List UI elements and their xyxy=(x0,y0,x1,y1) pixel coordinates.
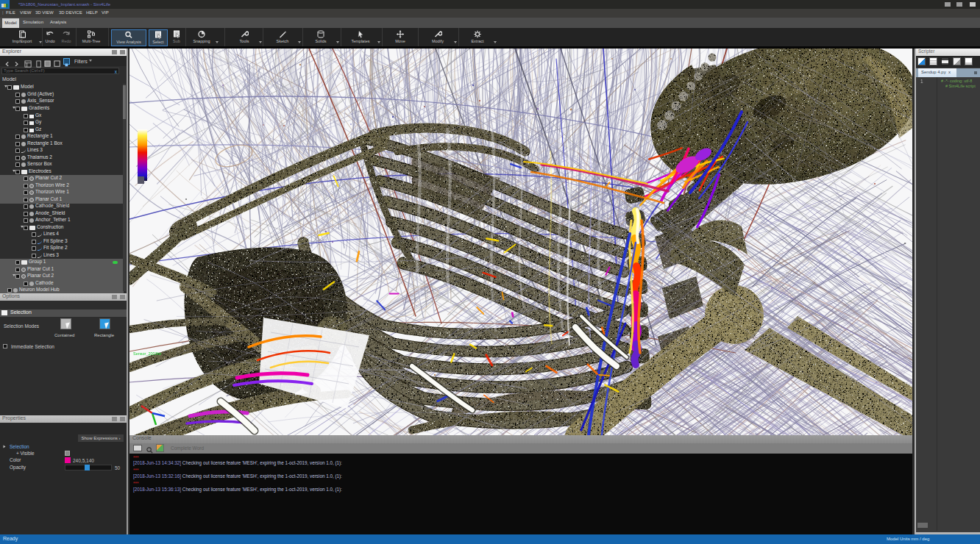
svg-text:Sensor_2003/w: Sensor_2003/w xyxy=(133,351,161,356)
